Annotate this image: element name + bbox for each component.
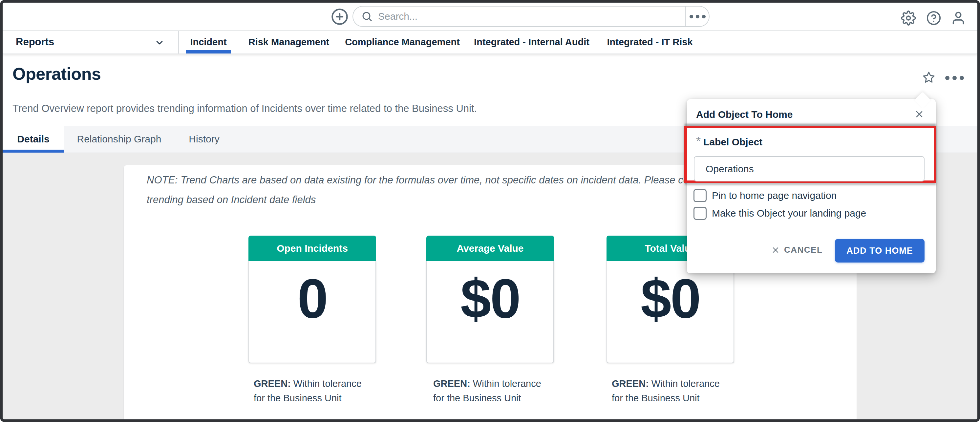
- reports-dropdown[interactable]: Reports: [3, 31, 178, 54]
- global-search-bar: [353, 6, 710, 27]
- landing-page-label: Make this Object your landing page: [712, 208, 866, 219]
- plus-circle-icon: [331, 8, 348, 25]
- page-actions-button[interactable]: [945, 76, 964, 80]
- app-window: Reports Incident Risk Management Complia…: [0, 0, 980, 422]
- help-icon: [926, 11, 941, 25]
- close-icon: [914, 109, 924, 119]
- chevron-down-icon: [154, 37, 165, 48]
- label-object-field-label: * Label Object: [696, 135, 762, 149]
- kpi-caption: GREEN: Within tolerance for the Business…: [433, 376, 541, 405]
- kpi-card-title: Open Incidents: [248, 236, 376, 261]
- nav-divider: [178, 31, 179, 54]
- page-title: Operations: [13, 64, 101, 84]
- kpi-card-value: 0: [298, 267, 327, 363]
- kpi-caption: GREEN: Within tolerance for the Business…: [612, 376, 720, 405]
- landing-page-checkbox[interactable]: [694, 207, 706, 220]
- highlight-red-box: * Label Object: [684, 126, 936, 183]
- label-object-input[interactable]: [694, 156, 924, 182]
- add-to-home-button[interactable]: ADD TO HOME: [835, 239, 924, 263]
- kpi-card-value: $0: [460, 267, 520, 363]
- create-object-button[interactable]: [331, 8, 348, 25]
- note-line2: trending based on Incident date fields: [147, 190, 743, 210]
- user-menu-button[interactable]: [951, 11, 966, 25]
- tab-details[interactable]: Details: [3, 126, 64, 153]
- kpi-card-title: Average Value: [426, 236, 554, 261]
- tab-relationship-graph[interactable]: Relationship Graph: [64, 126, 174, 153]
- search-icon: [361, 11, 373, 22]
- search-options-button[interactable]: [686, 15, 709, 18]
- search-input[interactable]: [377, 7, 685, 25]
- required-marker: *: [696, 135, 701, 147]
- gear-icon: [901, 11, 916, 25]
- pin-to-home-checkbox[interactable]: [694, 189, 706, 202]
- cancel-x-icon: [772, 246, 780, 254]
- note-line1: NOTE: Trend Charts are based on data exi…: [147, 170, 743, 190]
- pin-to-home-checkbox-row[interactable]: Pin to home page navigation: [694, 189, 837, 202]
- user-icon: [951, 11, 966, 25]
- pin-to-home-label: Pin to home page navigation: [712, 190, 837, 201]
- report-note: NOTE: Trend Charts are based on data exi…: [147, 170, 743, 210]
- kpi-caption: GREEN: Within tolerance for the Business…: [254, 376, 362, 405]
- settings-button[interactable]: [901, 11, 916, 25]
- favorite-button[interactable]: [923, 71, 935, 84]
- nav-tab-integrated-internal-audit[interactable]: Integrated - Internal Audit: [472, 31, 592, 54]
- more-dots-icon: [945, 76, 950, 80]
- tab-history[interactable]: History: [174, 126, 234, 153]
- nav-tab-incident[interactable]: Incident: [186, 31, 231, 54]
- nav-tab-risk-management[interactable]: Risk Management: [244, 31, 334, 54]
- reports-dropdown-label: Reports: [16, 36, 54, 48]
- add-object-to-home-popup: Add Object To Home * Label Object Pin to…: [687, 99, 936, 273]
- star-icon: [923, 71, 935, 84]
- page-subtitle: Trend Overview report provides trending …: [13, 103, 477, 115]
- popup-title: Add Object To Home: [696, 109, 792, 120]
- nav-tab-compliance-management[interactable]: Compliance Management: [344, 31, 460, 54]
- nav-tab-integrated-it-risk[interactable]: Integrated - IT Risk: [603, 31, 697, 54]
- kpi-card-average-value: Average Value $0: [426, 236, 554, 363]
- help-button[interactable]: [926, 11, 941, 25]
- kpi-card-open-incidents: Open Incidents 0: [248, 236, 376, 363]
- ellipsis-icon: [690, 15, 693, 18]
- top-toolbar: [3, 3, 977, 31]
- landing-page-checkbox-row[interactable]: Make this Object your landing page: [694, 207, 866, 220]
- popup-close-button[interactable]: [914, 109, 924, 119]
- cancel-button[interactable]: CANCEL: [772, 245, 822, 255]
- report-nav-row: Reports Incident Risk Management Complia…: [3, 31, 977, 54]
- kpi-card-value: $0: [641, 267, 700, 363]
